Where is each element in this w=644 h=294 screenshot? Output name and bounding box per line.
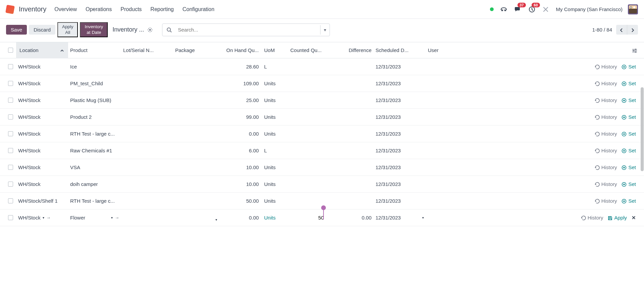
phone-icon[interactable] (500, 6, 507, 13)
table-row[interactable]: WH/StockPlastic Mug (SUB)25.00Units12/31… (0, 92, 644, 109)
row-checkbox[interactable] (8, 215, 13, 220)
row-checkbox[interactable] (8, 64, 13, 69)
history-link[interactable]: History (595, 64, 617, 69)
table-row[interactable]: WH/StockRTH Test - large c...0.00Units12… (0, 126, 644, 142)
row-checkbox[interactable] (8, 165, 13, 170)
apply-link[interactable]: Apply (608, 215, 627, 220)
cell-product: Ice (68, 60, 121, 73)
history-link[interactable]: History (595, 81, 617, 86)
history-link[interactable]: History (595, 131, 617, 137)
set-link[interactable]: Set (622, 64, 636, 69)
pager-next[interactable] (627, 25, 638, 35)
nav-overview[interactable]: Overview (54, 6, 77, 12)
set-link[interactable]: Set (622, 114, 636, 120)
edit-lot[interactable] (121, 214, 173, 221)
edit-uom[interactable]: Units (261, 211, 288, 224)
row-checkbox[interactable] (8, 198, 13, 203)
counted-input[interactable] (290, 215, 325, 220)
user-avatar[interactable] (628, 4, 638, 14)
set-link[interactable]: Set (622, 181, 636, 187)
pager-info[interactable]: 1-80 / 84 (592, 27, 612, 33)
nav-operations[interactable]: Operations (86, 6, 112, 12)
row-checkbox[interactable] (8, 148, 13, 153)
pager-prev[interactable] (616, 25, 627, 35)
company-name[interactable]: My Company (San Francisco) (556, 6, 623, 12)
edit-counted[interactable] (288, 211, 327, 224)
col-location[interactable]: Location (16, 42, 68, 58)
cell-product: RTH Test - large c... (68, 195, 121, 207)
edit-package[interactable]: ▾ (173, 214, 220, 221)
select-all-checkbox[interactable] (8, 48, 13, 53)
col-lot[interactable]: Lot/Serial N... (121, 44, 173, 56)
breadcrumb[interactable]: Inventory ... (112, 26, 144, 33)
edit-product[interactable]: Flower ▾ → (68, 211, 121, 224)
row-checkbox[interactable] (8, 131, 13, 136)
history-link[interactable]: History (581, 215, 603, 220)
set-link[interactable]: Set (622, 131, 636, 137)
col-product[interactable]: Product (68, 44, 121, 56)
edit-location[interactable]: WH/Stock ▾ → (16, 211, 68, 224)
cell-scheduled: 12/31/2023 (374, 144, 426, 157)
cell-location: WH/Stock (16, 60, 68, 73)
messages-icon[interactable]: 37 (514, 6, 521, 13)
cell-package (173, 181, 220, 188)
table-row[interactable]: WH/StockProduct 299.00Units12/31/2023His… (0, 109, 644, 126)
table-row[interactable]: WH/Stockdoih camper10.00Units12/31/2023H… (0, 176, 644, 193)
set-link[interactable]: Set (622, 81, 636, 86)
col-uom[interactable]: UoM (261, 44, 288, 56)
set-link[interactable]: Set (622, 198, 636, 204)
col-difference[interactable]: Difference (327, 44, 374, 56)
col-settings-icon[interactable] (456, 44, 639, 56)
history-link[interactable]: History (595, 97, 617, 103)
cell-user (426, 164, 456, 171)
row-checkbox[interactable] (8, 182, 13, 187)
history-link[interactable]: History (595, 148, 617, 153)
cell-diff (327, 147, 374, 154)
col-scheduled[interactable]: Scheduled D... (374, 44, 426, 56)
table-row[interactable]: WH/StockRaw Chemicals #16.00L12/31/2023H… (0, 142, 644, 159)
row-checkbox[interactable] (8, 114, 13, 119)
gear-icon[interactable] (147, 27, 153, 33)
inventory-at-date-button[interactable]: Inventory at Date (80, 22, 108, 37)
nav-products[interactable]: Products (120, 6, 142, 12)
history-link[interactable]: History (595, 198, 617, 204)
save-button[interactable]: Save (6, 25, 27, 35)
col-user[interactable]: User (426, 44, 456, 56)
cell-location: WH/Stock (16, 111, 68, 123)
history-link[interactable]: History (595, 164, 617, 170)
activity-icon[interactable]: 60 (529, 6, 535, 13)
row-checkbox[interactable] (8, 98, 13, 103)
topbar: Inventory Overview Operations Products R… (0, 0, 644, 19)
col-package[interactable]: Package (173, 44, 220, 56)
history-link[interactable]: History (595, 114, 617, 120)
external-link-icon[interactable]: → (115, 215, 119, 220)
discard-button[interactable]: Discard (29, 25, 55, 35)
table-row[interactable]: WH/StockIce28.60L12/31/2023HistorySet (0, 58, 644, 75)
svg-point-11 (624, 100, 625, 101)
cell-lot (121, 80, 173, 87)
edit-user[interactable] (426, 214, 456, 221)
app-name[interactable]: Inventory (19, 5, 46, 13)
scrollbar[interactable] (641, 87, 644, 171)
col-onhand[interactable]: On Hand Qu... (220, 44, 261, 56)
search-dropdown[interactable]: ▾ (320, 25, 330, 35)
row-checkbox[interactable] (8, 81, 13, 86)
external-link-icon[interactable]: → (46, 215, 51, 220)
nav-configuration[interactable]: Configuration (183, 6, 214, 12)
history-link[interactable]: History (595, 181, 617, 187)
delete-row-icon[interactable]: ✕ (632, 215, 636, 221)
app-logo[interactable] (5, 5, 15, 14)
col-counted[interactable]: Counted Qu... (288, 44, 327, 56)
tools-icon[interactable] (543, 6, 549, 13)
table-row[interactable]: WH/StockPM_test_Child109.00Units12/31/20… (0, 75, 644, 92)
set-link[interactable]: Set (622, 164, 636, 170)
search-input[interactable] (178, 27, 317, 33)
cell-location: WH/Stock/Shelf 1 (16, 195, 68, 207)
edit-scheduled[interactable]: 12/31/2023 ▾ (374, 211, 426, 224)
table-row[interactable]: WH/StockVSA10.00Units12/31/2023HistorySe… (0, 159, 644, 176)
nav-reporting[interactable]: Reporting (150, 6, 174, 12)
apply-all-button[interactable]: Apply All (57, 22, 78, 37)
set-link[interactable]: Set (622, 97, 636, 103)
set-link[interactable]: Set (622, 148, 636, 153)
svg-point-19 (624, 167, 625, 168)
